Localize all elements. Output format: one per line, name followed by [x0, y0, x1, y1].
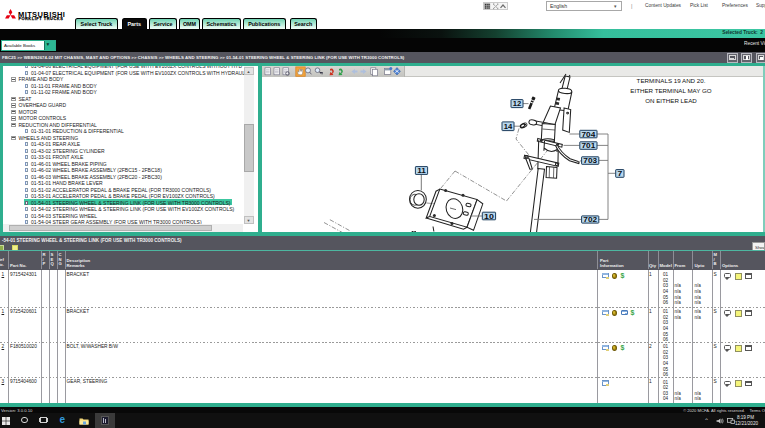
svg-text:ON EITHER LEAD: ON EITHER LEAD [645, 97, 697, 104]
svg-text:EITHER TERMINAL MAY GO: EITHER TERMINAL MAY GO [630, 87, 711, 94]
svg-text:701: 701 [582, 142, 596, 149]
svg-text:702: 702 [583, 216, 597, 223]
svg-text:11: 11 [417, 167, 426, 174]
svg-text:14: 14 [504, 123, 513, 130]
svg-text:7: 7 [617, 170, 622, 177]
svg-text:10: 10 [484, 213, 494, 220]
svg-text:TERMINALS 19 AND 20.: TERMINALS 19 AND 20. [637, 77, 706, 84]
svg-text:704: 704 [582, 131, 596, 138]
svg-text:12: 12 [513, 100, 522, 107]
svg-text:703: 703 [583, 157, 597, 164]
